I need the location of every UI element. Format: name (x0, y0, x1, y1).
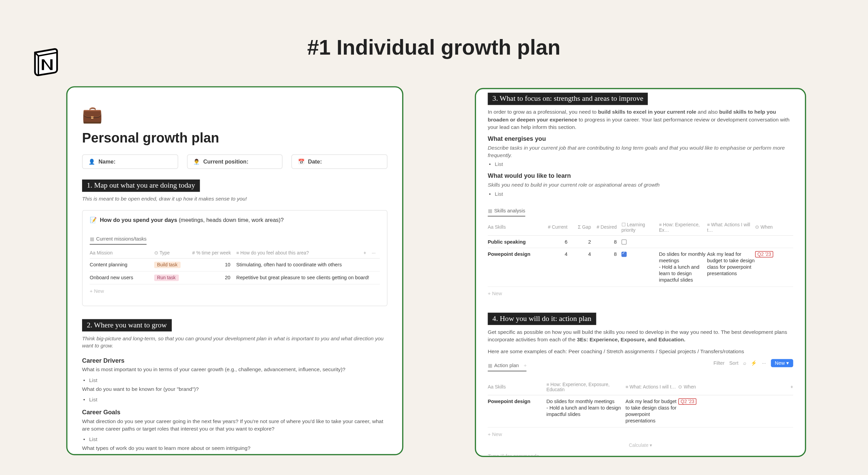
col-what[interactable]: ≡ What: Actions I will t… (626, 382, 678, 392)
cell-mission: Content planning (90, 261, 154, 267)
table-row[interactable]: Powepoint design448Do slides for monthly… (488, 248, 793, 287)
goals-q1: What direction do you see your career go… (82, 418, 388, 433)
cell-gap: 2 (568, 239, 591, 245)
filter-link[interactable]: Filter (713, 360, 725, 366)
goals-q2: What types of work do you want to learn … (82, 445, 388, 453)
action-tab[interactable]: ▦Action plan + (488, 362, 527, 371)
energises-desc: Describe tasks in your current job that … (488, 145, 793, 159)
col-percent[interactable]: # % time per week (192, 250, 236, 256)
template-card-left: 💼 Personal growth plan 👤 Name: 👨‍💼 Curre… (66, 86, 403, 455)
section4-desc2: Here are some examples of each: Peer coa… (488, 347, 793, 355)
briefcase-icon: 💼 (82, 105, 388, 124)
cell-percent: 20 (192, 274, 236, 280)
cell-type: Build task (154, 261, 192, 268)
dots-icon[interactable]: ··· (762, 360, 766, 366)
col-type[interactable]: ⊙ Type (154, 250, 192, 256)
date-label: Date: (308, 158, 322, 165)
cell-when: Q2 '23 (755, 251, 793, 258)
sort-link[interactable]: Sort (729, 360, 738, 366)
energises-title: What energises you (488, 135, 793, 142)
col-plus[interactable]: + (363, 250, 372, 256)
grid-icon: ▦ (90, 236, 95, 242)
goals-title: Career Goals (82, 408, 388, 415)
col-priority[interactable]: ☐ Learning priority (617, 222, 659, 233)
col-plus[interactable]: + (708, 382, 793, 392)
calculate-link[interactable]: Calculate ▾ (488, 440, 793, 450)
table-row[interactable]: Content planningBuild task10Stimulating,… (90, 259, 380, 271)
learn-title: What would you like to learn (488, 172, 793, 179)
checkbox-empty-icon[interactable] (622, 240, 627, 245)
section1-heading: 1. Map out what you are doing today (82, 179, 200, 192)
drivers-title: Career Drivers (82, 357, 388, 364)
col-how[interactable]: ≡ How: Experience, Ex… (659, 222, 707, 233)
col-current[interactable]: # Current (542, 222, 568, 233)
person-icon: 👤 (88, 159, 95, 165)
col-skills[interactable]: Aa Skills (488, 222, 542, 233)
learn-desc: Skills you need to build in your current… (488, 182, 793, 189)
energises-list[interactable]: List (488, 162, 793, 167)
cell-gap: 4 (568, 251, 591, 257)
section3-desc: In order to grow as a professional, you … (488, 109, 793, 132)
cell-priority (617, 239, 659, 245)
cell-percent: 10 (192, 261, 236, 267)
learn-list[interactable]: List (488, 191, 793, 197)
question-line: 📝 How do you spend your days (meetings, … (90, 216, 380, 223)
name-label: Name: (98, 158, 115, 165)
date-field[interactable]: 📅 Date: (292, 154, 388, 169)
skills-tab[interactable]: ▦Skills analysis (488, 208, 525, 216)
cell-when: Q2 '23 (678, 398, 707, 404)
field-row: 👤 Name: 👨‍💼 Current position: 📅 Date: (82, 154, 388, 169)
cell-current: 4 (542, 251, 568, 257)
cell-how: Do slides for monthly meetings - Hold a … (546, 398, 625, 417)
col-what[interactable]: ≡ What: Actions I will t… (707, 222, 755, 233)
calendar-icon: 📅 (298, 159, 304, 165)
zap-icon[interactable]: ⚡ (751, 360, 757, 366)
goals-list1[interactable]: List (82, 436, 388, 442)
page-title: #1 Individual growth plan (0, 35, 868, 60)
drivers-q1: What is most important to you in terms o… (82, 366, 388, 374)
col-desired[interactable]: # Desired (591, 222, 617, 233)
col-mission[interactable]: Aa Mission (90, 250, 154, 256)
cell-desired: 8 (591, 251, 617, 257)
cell-current: 6 (542, 239, 568, 245)
slash-prompt[interactable]: Type '/' for commands (488, 450, 793, 457)
search-icon[interactable]: ⌕ (743, 360, 746, 366)
cell-skills: Powepoint design (488, 251, 542, 257)
table-row[interactable]: Onboard new usersRun task20Repetitive bu… (90, 271, 380, 284)
missions-tab[interactable]: ▦Current missions/tasks (90, 235, 147, 244)
action-new[interactable]: + New (488, 428, 793, 440)
cell-priority (617, 251, 659, 257)
table-row[interactable]: Powepoint designDo slides for monthly me… (488, 395, 793, 428)
person-suit-icon: 👨‍💼 (193, 159, 200, 165)
new-button[interactable]: New ▾ (771, 359, 793, 367)
cell-feel: Stimulating, often hard to coordinate wi… (236, 261, 380, 268)
section4-heading: 4. How you will do it: action plan (488, 313, 596, 325)
col-dots[interactable]: ··· (372, 250, 380, 256)
col-gap[interactable]: Σ Gap (568, 222, 591, 233)
missions-table: Aa Mission ⊙ Type # % time per week ≡ Ho… (90, 248, 380, 297)
checkbox-checked-icon[interactable] (622, 252, 627, 257)
cell-skills: Public speaking (488, 239, 542, 245)
missions-new[interactable]: + New (90, 284, 380, 297)
grid-icon: ▦ (488, 208, 493, 214)
table-row[interactable]: Public speaking628 (488, 236, 793, 248)
col-feel[interactable]: ≡ How do you feel about this area? (236, 250, 363, 256)
drivers-list2[interactable]: List (82, 397, 388, 402)
col-when[interactable]: ⊙ When (678, 382, 707, 392)
cell-desired: 8 (591, 239, 617, 245)
plus-icon[interactable]: + (524, 362, 527, 368)
col-when[interactable]: ⊙ When (755, 222, 793, 233)
position-field[interactable]: 👨‍💼 Current position: (187, 154, 283, 169)
question-box: 📝 How do you spend your days (meetings, … (82, 210, 388, 306)
name-field[interactable]: 👤 Name: (82, 154, 178, 169)
col-how[interactable]: ≡ How: Experience, Exposure, Educatin (546, 382, 625, 392)
drivers-list1[interactable]: List (82, 377, 388, 383)
section3-heading: 3. What to focus on: strengths and areas… (488, 93, 648, 105)
col-skills[interactable]: Aa Skills (488, 382, 547, 392)
template-title: Personal growth plan (82, 130, 388, 146)
skills-table: Aa Skills # Current Σ Gap # Desired ☐ Le… (488, 220, 793, 300)
action-table: Aa Skills ≡ How: Experience, Exposure, E… (488, 379, 793, 451)
skills-new[interactable]: + New (488, 287, 793, 300)
cell-feel: Repetitive but great pleasure to see cli… (236, 274, 380, 281)
section2-heading: 2. Where you want to grow (82, 319, 172, 331)
